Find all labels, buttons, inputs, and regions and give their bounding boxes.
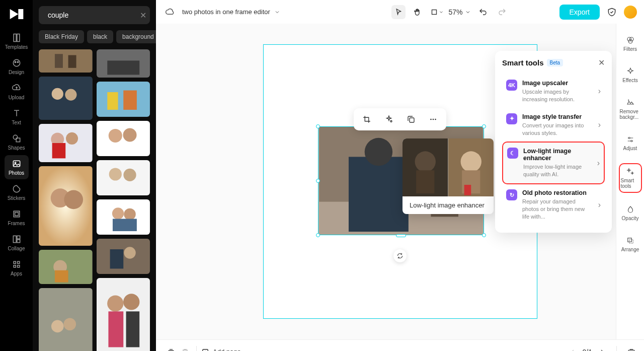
undo-button[interactable] <box>476 5 490 19</box>
document-title[interactable]: two photos in one frame editor <box>182 8 280 16</box>
tool-icon: ✦ <box>506 113 517 124</box>
next-page-icon[interactable] <box>598 348 606 352</box>
filter-tag[interactable]: Black Friday <box>39 30 84 43</box>
svg-rect-64 <box>348 157 408 232</box>
nav-frames[interactable]: Frames <box>5 205 29 230</box>
nav-shapes[interactable]: Shapes <box>5 130 29 154</box>
close-panel-icon[interactable]: ✕ <box>598 58 605 67</box>
photo-result[interactable] <box>39 49 93 73</box>
shield-icon[interactable] <box>605 5 619 19</box>
svg-rect-20 <box>55 54 63 68</box>
svg-rect-10 <box>15 213 18 216</box>
photo-result[interactable] <box>39 250 93 284</box>
rotate-handle[interactable] <box>393 249 407 262</box>
add-page-button[interactable]: Add page <box>201 347 241 352</box>
redo-button[interactable] <box>495 5 509 19</box>
right-filters[interactable]: Filters <box>619 33 642 55</box>
photo-result[interactable] <box>97 82 150 117</box>
search-input[interactable] <box>48 11 136 19</box>
tool-title: Low-light image enhancer <box>523 148 592 162</box>
user-avatar[interactable] <box>624 6 637 19</box>
svg-point-70 <box>430 119 432 120</box>
preview-label: Low-light image enhancer <box>403 196 494 214</box>
svg-rect-21 <box>68 55 76 68</box>
right-effects[interactable]: Effects <box>619 64 642 86</box>
nav-design[interactable]: Design <box>5 54 29 79</box>
photo-result[interactable] <box>97 121 150 156</box>
nav-apps[interactable]: Apps <box>5 256 29 280</box>
svg-point-4 <box>17 61 19 63</box>
right-adjust[interactable]: Adjust <box>619 132 642 154</box>
right-opacity[interactable]: Opacity <box>619 202 642 224</box>
photo-result[interactable] <box>97 278 150 351</box>
nav-label: Photos <box>9 170 24 176</box>
crop-icon[interactable] <box>360 112 374 126</box>
filter-tag[interactable]: black <box>87 30 113 43</box>
duplicate-icon[interactable] <box>404 112 418 126</box>
nav-collage[interactable]: Collage <box>5 231 29 255</box>
tool-title: Image style transfer <box>522 113 593 120</box>
svg-rect-69 <box>410 118 414 122</box>
chevron-right-icon: › <box>598 87 601 96</box>
app-logo[interactable] <box>7 4 27 24</box>
nav-stickers[interactable]: Stickers <box>5 180 29 204</box>
cloud-sync-icon[interactable] <box>163 5 177 19</box>
svg-rect-85 <box>627 238 631 242</box>
nav-label: Shapes <box>8 145 25 151</box>
nav-label: Frames <box>8 221 25 226</box>
smart-tool-item[interactable]: ✦Image style transferConvert your images… <box>502 108 605 142</box>
prev-page-icon[interactable] <box>569 348 577 352</box>
present-icon[interactable] <box>627 347 636 352</box>
tool-icon: ☾ <box>507 148 518 159</box>
chevron-right-icon: › <box>598 200 601 209</box>
svg-rect-34 <box>55 270 68 283</box>
photo-result[interactable] <box>39 77 93 120</box>
page-indicator: 0/1 <box>583 348 592 352</box>
svg-rect-15 <box>17 261 19 263</box>
svg-point-55 <box>124 247 135 258</box>
smart-tools-panel: Smart tools Beta ✕ 4KImage upscalerUpsca… <box>495 51 612 233</box>
svg-rect-42 <box>123 91 137 110</box>
crop-tool[interactable] <box>430 5 444 19</box>
clear-search-icon[interactable]: ✕ <box>140 11 146 20</box>
tool-desc: Convert your images into various styles. <box>522 122 593 137</box>
nav-label: Design <box>9 69 24 75</box>
right-remove-bg[interactable]: Remove backgr... <box>619 95 642 123</box>
svg-rect-0 <box>14 34 16 42</box>
more-icon[interactable] <box>426 112 440 126</box>
svg-point-51 <box>124 208 135 220</box>
svg-point-81 <box>629 37 633 41</box>
nav-photos[interactable]: Photos <box>5 155 29 179</box>
zoom-level[interactable]: 57% <box>449 8 471 16</box>
beta-badge: Beta <box>547 59 564 66</box>
svg-rect-54 <box>110 249 123 269</box>
photo-result[interactable] <box>97 239 150 274</box>
svg-rect-79 <box>464 185 471 195</box>
layers-icon[interactable] <box>164 345 178 352</box>
nav-upload[interactable]: Upload <box>5 80 29 104</box>
photo-result[interactable] <box>97 160 150 195</box>
hand-tool[interactable] <box>411 5 425 19</box>
photo-result[interactable] <box>39 124 93 162</box>
chevron-down-icon <box>274 9 280 15</box>
search-box[interactable]: ✕ <box>39 6 150 24</box>
filter-tag[interactable]: background <box>116 30 156 43</box>
photo-result[interactable] <box>39 288 93 351</box>
svg-rect-35 <box>39 288 93 351</box>
smart-tool-item[interactable]: ↻Old photo restorationRepair your damage… <box>502 184 605 226</box>
svg-rect-61 <box>432 10 436 14</box>
delete-page-icon[interactable] <box>178 345 192 352</box>
cursor-tool[interactable] <box>391 5 406 19</box>
nav-text[interactable]: Text <box>5 105 29 129</box>
right-smart-tools[interactable]: Smart tools <box>619 163 642 193</box>
svg-point-82 <box>628 40 632 44</box>
photo-result[interactable] <box>39 166 93 246</box>
export-button[interactable]: Export <box>559 5 600 20</box>
smart-tool-item[interactable]: 4KImage upscalerUpscale images by increa… <box>502 75 605 108</box>
photo-result[interactable] <box>97 199 150 235</box>
right-arrange[interactable]: Arrange <box>619 233 642 255</box>
nav-templates[interactable]: Templates <box>5 29 29 53</box>
ai-tools-icon[interactable] <box>382 112 396 126</box>
photo-result[interactable] <box>97 49 150 78</box>
smart-tool-item[interactable]: ☾Low-light image enhancerImprove low-lig… <box>502 142 605 184</box>
